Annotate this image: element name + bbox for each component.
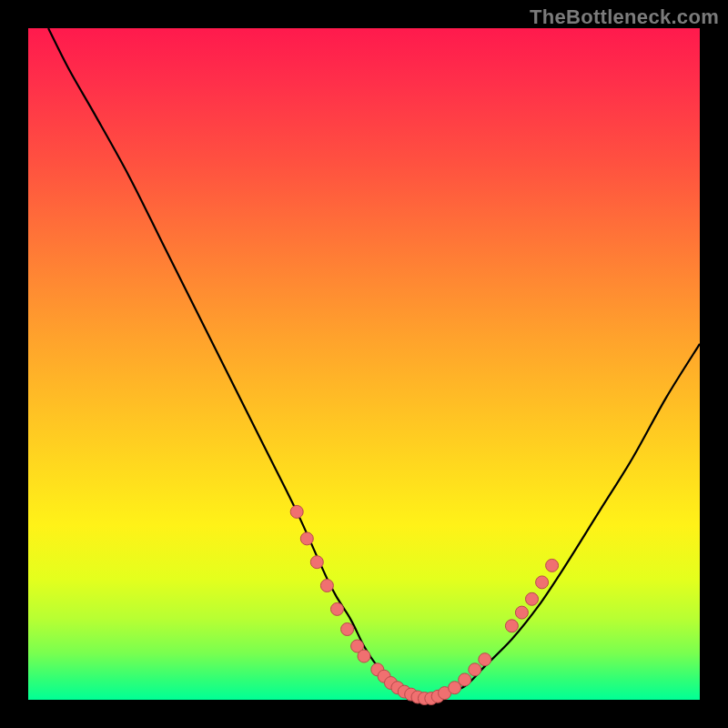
highlight-dot bbox=[341, 623, 354, 636]
highlight-dot bbox=[469, 663, 481, 676]
highlight-dot bbox=[515, 606, 528, 619]
highlight-dot bbox=[320, 580, 333, 592]
bottleneck-curve bbox=[48, 28, 700, 701]
highlight-dot bbox=[546, 559, 559, 571]
highlight-dot bbox=[526, 592, 539, 605]
watermark-text: TheBottleneck.com bbox=[530, 5, 719, 29]
highlight-dot bbox=[331, 602, 344, 615]
highlight-dot bbox=[505, 620, 518, 632]
highlight-dot bbox=[310, 556, 323, 569]
highlight-dot bbox=[459, 673, 471, 686]
highlight-dot bbox=[358, 650, 370, 662]
highlighted-points-group bbox=[290, 505, 558, 704]
chart-overlay-svg bbox=[28, 28, 700, 700]
chart-stage: TheBottleneck.com bbox=[0, 0, 728, 728]
highlight-dot bbox=[290, 505, 303, 518]
highlight-dot bbox=[536, 576, 549, 589]
highlight-dot bbox=[479, 653, 491, 666]
highlight-dot bbox=[300, 532, 313, 545]
